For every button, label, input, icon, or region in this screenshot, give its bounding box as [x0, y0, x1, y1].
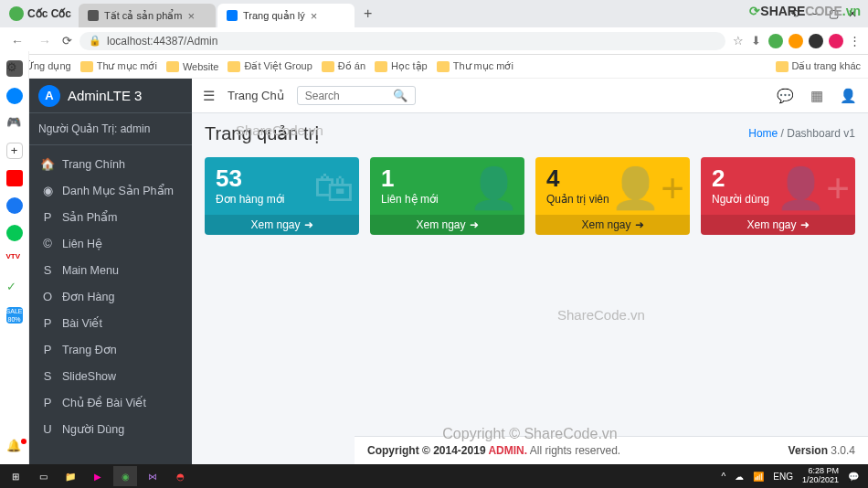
rail-check-icon[interactable]: ✓ [6, 280, 23, 296]
contact-icon: © [40, 237, 55, 250]
address-bar[interactable]: 🔒 localhost:44387/Admin [79, 32, 725, 50]
bookmark-folder[interactable]: Học tập [375, 60, 428, 72]
bookmark-folder[interactable]: Thư mục mới [80, 60, 157, 72]
sidebar-item-order[interactable]: OĐơn Hàng [29, 283, 192, 310]
taskview-icon[interactable]: ▭ [31, 466, 55, 486]
sidebar-item-mainmenu[interactable]: SMain Menu [29, 257, 192, 283]
card-users: 2 Người dùng 👤+ Xem ngay➜ [701, 157, 855, 235]
card-link[interactable]: Xem ngay➜ [370, 215, 524, 235]
card-link[interactable]: Xem ngay➜ [535, 215, 690, 235]
order-icon: O [40, 290, 55, 303]
clock[interactable]: 6:28 PM 1/20/2021 [802, 467, 839, 485]
sidebar-item-topic[interactable]: PChủ Đề Bài Viết [29, 389, 192, 416]
bookmark-apps[interactable]: Ứng dụng [26, 60, 71, 72]
sidebar-brand[interactable]: A AdminLTE 3 [29, 79, 192, 113]
burger-icon[interactable]: ☰ [203, 88, 215, 104]
sidebar-item-user[interactable]: UNgười Dùng [29, 416, 192, 442]
bookmark-folder[interactable]: Đất Việt Group [228, 60, 312, 72]
rail-line-icon[interactable] [6, 225, 23, 241]
rail-bell-icon[interactable]: 🔔 [6, 439, 23, 455]
media-icon[interactable]: ▶ [86, 466, 110, 486]
rail-vtv-icon[interactable]: VTV [6, 252, 23, 269]
search-icon[interactable]: 🔍 [393, 89, 408, 102]
bookmark-folder[interactable]: Website [166, 61, 219, 72]
product-icon: P [40, 210, 55, 224]
tab-favicon [227, 10, 238, 21]
grid-icon[interactable]: ▦ [810, 88, 823, 104]
bookmark-folder[interactable]: Thư mục mới [437, 60, 513, 72]
folder-icon [228, 61, 240, 72]
rail-settings-icon[interactable]: ⚙ [6, 60, 23, 77]
post-icon: P [40, 316, 55, 330]
sidebar-item-category[interactable]: ◉Danh Mục Sản Phẩm [29, 177, 192, 204]
star-icon[interactable]: ☆ [733, 34, 744, 48]
sidebar: A AdminLTE 3 Người Quản Trị: admin 🏠Tran… [29, 79, 192, 464]
coccoc-taskbar-icon[interactable]: ◉ [113, 466, 137, 486]
rail-facebook-icon[interactable] [6, 197, 23, 214]
chat-icon[interactable]: 💬 [777, 88, 794, 104]
folder-icon [322, 61, 334, 72]
sidebar-item-contact[interactable]: ©Liên Hệ [29, 230, 192, 257]
rail-add-icon[interactable]: + [6, 143, 23, 159]
sidebar-item-home[interactable]: 🏠Trang Chính [29, 151, 192, 177]
rail-messenger-icon[interactable] [6, 88, 23, 104]
close-icon[interactable]: × [187, 9, 195, 23]
tray-up-icon[interactable]: ^ [722, 472, 726, 482]
app-icon[interactable]: ◓ [168, 466, 192, 486]
wifi-icon[interactable]: 📶 [753, 472, 764, 482]
windows-taskbar: ⊞ ▭ 📁 ▶ ◉ ⋈ ◓ ^ ☁ 📶 ENG 6:28 PM 1/20/202… [0, 464, 868, 488]
extension-icons: ⋮ [768, 34, 861, 48]
sidebar-item-post[interactable]: PBài Viết [29, 310, 192, 336]
sidebar-user: Người Quản Trị: admin [29, 113, 192, 145]
card-admins: 4 Quản trị viên 👤+ Xem ngay➜ [535, 157, 690, 235]
sidebar-item-product[interactable]: PSản Phẩm [29, 204, 192, 230]
breadcrumb-home[interactable]: Home [748, 127, 778, 140]
card-link[interactable]: Xem ngay➜ [701, 215, 855, 235]
new-tab-button[interactable]: + [356, 5, 379, 22]
bag-icon: 🛍 [313, 164, 354, 210]
start-button[interactable]: ⊞ [4, 466, 27, 486]
footer-copyright: Copyright © 2014-2019 ADMIN. All rights … [367, 444, 620, 457]
bookmark-folder[interactable]: Đồ án [322, 60, 365, 72]
breadcrumb: Home / Dashboard v1 [748, 127, 855, 140]
back-button[interactable]: ← [7, 34, 27, 48]
bookmarks-bar: ▦ Ứng dụng Thư mục mới Website Đất Việt … [0, 55, 868, 79]
tab-products[interactable]: Tất cả sản phẩm × [79, 4, 216, 27]
rail-game-icon[interactable]: 🎮 [6, 115, 23, 132]
close-icon[interactable]: × [311, 9, 318, 23]
ext-icon-2[interactable] [789, 34, 803, 48]
rail-youtube-icon[interactable] [6, 170, 23, 186]
footer-version: Version 3.0.4 [789, 444, 855, 457]
profile-icon[interactable]: 👤 [840, 88, 857, 104]
search-box[interactable]: 🔍 [297, 86, 416, 105]
forward-button[interactable]: → [35, 34, 55, 48]
stat-cards: 53 Đơn hàng mới 🛍 Xem ngay➜ 1 Liên hệ mớ… [192, 154, 868, 239]
rail-sale-icon[interactable]: SALE 80% [6, 307, 23, 324]
main-content: ☰ Trang Chủ 🔍 💬 ▦ 👤 Trang quản trị Home … [192, 79, 868, 464]
ext-icon-1[interactable] [768, 34, 783, 48]
user-plus-icon: 👤+ [776, 164, 850, 212]
topbar-home-link[interactable]: Trang Chủ [228, 89, 284, 102]
sidebar-item-slideshow[interactable]: SSlideShow [29, 363, 192, 389]
other-bookmarks[interactable]: Dấu trang khác [776, 60, 861, 72]
ext-icon-4[interactable] [829, 34, 843, 48]
explorer-icon[interactable]: 📁 [58, 466, 82, 486]
lang-indicator[interactable]: ENG [773, 472, 793, 482]
notification-icon[interactable]: 💬 [848, 472, 859, 482]
ext-icon-3[interactable] [809, 34, 823, 48]
tab-title: Trang quản lý [243, 10, 305, 22]
arrow-icon: ➜ [800, 218, 810, 231]
brand-text: AdminLTE 3 [68, 88, 142, 103]
tab-admin[interactable]: Trang quản lý × [217, 4, 355, 27]
card-contacts: 1 Liên hệ mới 👤 Xem ngay➜ [370, 157, 524, 235]
page-title: Trang quản trị [205, 122, 320, 144]
download-icon[interactable]: ⬇ [751, 34, 761, 48]
card-link[interactable]: Xem ngay➜ [205, 215, 359, 235]
cloud-icon[interactable]: ☁ [735, 472, 744, 482]
user-icon: 👤 [469, 164, 519, 212]
menu-icon[interactable]: ⋮ [849, 34, 861, 48]
search-input[interactable] [305, 90, 387, 102]
sidebar-item-page[interactable]: PTrang Đơn [29, 336, 192, 363]
vs-icon[interactable]: ⋈ [141, 466, 164, 486]
reload-button[interactable]: ⟳ [62, 34, 72, 48]
